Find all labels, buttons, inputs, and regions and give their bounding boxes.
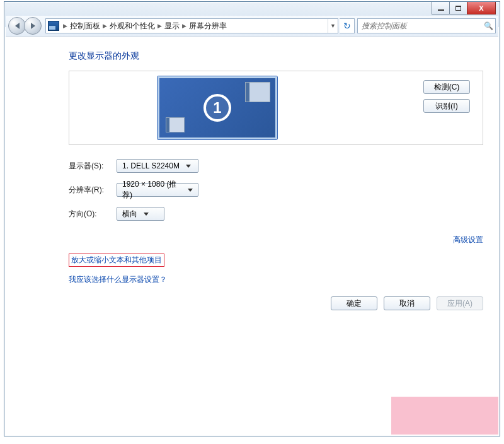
maximize-icon <box>455 6 461 11</box>
maximize-button[interactable] <box>449 2 467 15</box>
resolution-label: 分辨率(R): <box>69 185 117 196</box>
chevron-down-icon <box>144 213 149 216</box>
arrow-right-icon <box>31 23 35 29</box>
detect-button[interactable]: 检测(C) <box>423 80 470 94</box>
caption-bar: X <box>432 2 496 15</box>
monitor-number-badge: 1 <box>203 94 231 122</box>
chevron-right-icon: ▶ <box>182 23 186 29</box>
page-title: 更改显示器的外观 <box>69 50 483 62</box>
resolution-value: 1920 × 1080 (推荐) <box>122 179 181 201</box>
back-button[interactable] <box>8 17 26 35</box>
crumb-appearance[interactable]: 外观和个性化 <box>110 21 155 32</box>
window-frame: X ▶ 控制面板 ▶ 外观和个性化 ▶ 显示 ▶ 屏幕分辨率 ▼ ↻ 🔍 <box>4 1 500 436</box>
address-dropdown[interactable]: ▼ <box>328 19 338 33</box>
orientation-row: 方向(O): 横向 <box>69 207 483 221</box>
display-dropdown[interactable]: 1. DELL S2240M <box>117 159 198 173</box>
breadcrumb: ▶ 控制面板 ▶ 外观和个性化 ▶ 显示 ▶ 屏幕分辨率 <box>59 21 328 32</box>
apply-button: 应用(A) <box>437 296 483 310</box>
resolution-row: 分辨率(R): 1920 × 1080 (推荐) <box>69 183 483 197</box>
forward-button[interactable] <box>24 17 42 35</box>
address-bar[interactable]: ▶ 控制面板 ▶ 外观和个性化 ▶ 显示 ▶ 屏幕分辨率 ▼ <box>45 18 338 33</box>
search-box[interactable]: 🔍 <box>357 18 496 33</box>
which-settings-link[interactable]: 我应该选择什么显示器设置？ <box>69 274 483 285</box>
content-area: 更改显示器的外观 1 检测(C) 识别(I) 显示器(S): 1. DELL S… <box>6 36 498 435</box>
advanced-settings-link[interactable]: 高级设置 <box>453 235 483 245</box>
arrow-left-icon <box>15 23 20 29</box>
crumb-resolution[interactable]: 屏幕分辨率 <box>189 21 227 32</box>
minimize-icon <box>438 9 444 11</box>
identify-button[interactable]: 识别(I) <box>423 99 470 113</box>
preview-window-right <box>245 82 270 102</box>
resolution-dropdown[interactable]: 1920 × 1080 (推荐) <box>117 183 198 197</box>
orientation-label: 方向(O): <box>69 209 117 219</box>
cancel-button[interactable]: 取消 <box>384 296 430 310</box>
dialog-buttons: 确定 取消 应用(A) <box>331 296 483 310</box>
crumb-control-panel[interactable]: 控制面板 <box>70 21 100 32</box>
monitor-preview[interactable]: 1 <box>158 76 277 139</box>
zoom-text-link[interactable]: 放大或缩小文本和其他项目 <box>69 254 164 267</box>
display-preview-frame: 1 检测(C) 识别(I) <box>69 71 483 145</box>
close-icon: X <box>479 4 483 12</box>
chevron-right-icon: ▶ <box>63 23 67 29</box>
orientation-dropdown[interactable]: 横向 <box>117 207 164 221</box>
chevron-right-icon: ▶ <box>158 23 162 29</box>
display-label: 显示器(S): <box>69 161 117 172</box>
minimize-button[interactable] <box>432 2 450 15</box>
nav-buttons <box>8 17 42 35</box>
navigation-bar: ▶ 控制面板 ▶ 外观和个性化 ▶ 显示 ▶ 屏幕分辨率 ▼ ↻ 🔍 <box>6 16 498 36</box>
search-input[interactable] <box>358 21 481 30</box>
display-row: 显示器(S): 1. DELL S2240M <box>69 159 483 173</box>
display-value: 1. DELL S2240M <box>122 161 180 170</box>
overlay-block <box>391 397 498 435</box>
orientation-value: 横向 <box>122 209 137 219</box>
chevron-down-icon <box>186 165 191 168</box>
crumb-display[interactable]: 显示 <box>164 21 180 32</box>
control-panel-icon <box>48 21 59 31</box>
chevron-down-icon <box>188 189 193 192</box>
ok-button[interactable]: 确定 <box>331 296 377 310</box>
refresh-icon: ↻ <box>343 21 351 31</box>
preview-window-left <box>166 117 185 132</box>
refresh-button[interactable]: ↻ <box>340 18 355 33</box>
chevron-right-icon: ▶ <box>103 23 107 29</box>
search-icon: 🔍 <box>481 21 495 30</box>
close-button[interactable]: X <box>467 2 496 15</box>
